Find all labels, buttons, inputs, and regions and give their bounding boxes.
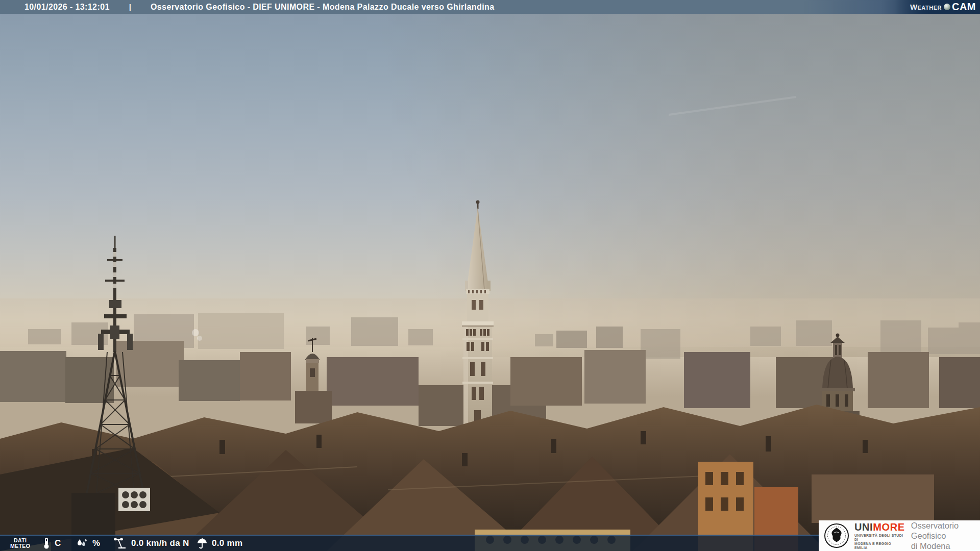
- wind-item: 0.0 km/h da N: [113, 536, 189, 551]
- umbrella-icon: [196, 537, 208, 549]
- humidity-unit: %: [92, 538, 100, 548]
- wordmark-more: MORE: [873, 521, 904, 533]
- tagline-line2: MODENA E REGGIO EMILIA: [854, 542, 905, 550]
- tagline-line1: UNIVERSITÀ DEGLI STUDI DI: [854, 534, 905, 542]
- humidity-item: %: [76, 536, 100, 551]
- observatory-name: Osservatorio Geofisico di Modena: [911, 520, 980, 551]
- dati-label-line2: METEO: [10, 543, 30, 549]
- separator: |: [129, 3, 131, 11]
- city-scene: [0, 0, 980, 551]
- temperature-unit: C: [55, 538, 61, 548]
- thermometer-icon: [42, 537, 51, 549]
- water-drops-icon: [76, 537, 89, 549]
- dati-meteo-label: DATI METEO: [10, 536, 30, 551]
- bell-tower: [295, 338, 332, 423]
- unimore-tagline: UNIVERSITÀ DEGLI STUDI DI MODENA E REGGI…: [854, 534, 905, 550]
- observatory-name-line2: di Modena: [911, 541, 980, 551]
- unimore-wordmark-block: UNIMORE UNIVERSITÀ DEGLI STUDI DI MODENA…: [854, 522, 905, 550]
- globe-sphere-icon: [944, 4, 950, 10]
- weathercam-logo: Weather CAM: [895, 0, 980, 14]
- temperature-item: C: [42, 536, 61, 551]
- webcam-viewer: 10/01/2026 - 13:12:01 | Osservatorio Geo…: [0, 0, 980, 551]
- anemometer-icon: [113, 537, 128, 549]
- unimore-wordmark: UNIMORE: [854, 522, 905, 532]
- unimore-logo-box: UNIMORE UNIVERSITÀ DEGLI STUDI DI MODENA…: [819, 520, 980, 551]
- ghirlandina-tower: [462, 201, 494, 449]
- weathercam-word-cam: CAM: [952, 1, 976, 13]
- observatory-name-line1: Osservatorio Geofisico: [911, 520, 980, 541]
- top-info-bar: 10/01/2026 - 13:12:01 | Osservatorio Geo…: [0, 0, 980, 14]
- wordmark-uni: UNI: [854, 521, 873, 533]
- rain-value: 0.0 mm: [212, 538, 242, 548]
- contrail: [669, 97, 796, 115]
- unimore-seal-icon: [824, 523, 849, 548]
- wind-value: 0.0 km/h da N: [131, 538, 189, 548]
- page-title: Osservatorio Geofisico - DIEF UNIMORE - …: [151, 3, 495, 12]
- rain-item: 0.0 mm: [196, 536, 242, 551]
- timestamp: 10/01/2026 - 13:12:01: [24, 3, 110, 12]
- weathercam-word-weather: Weather: [910, 3, 942, 11]
